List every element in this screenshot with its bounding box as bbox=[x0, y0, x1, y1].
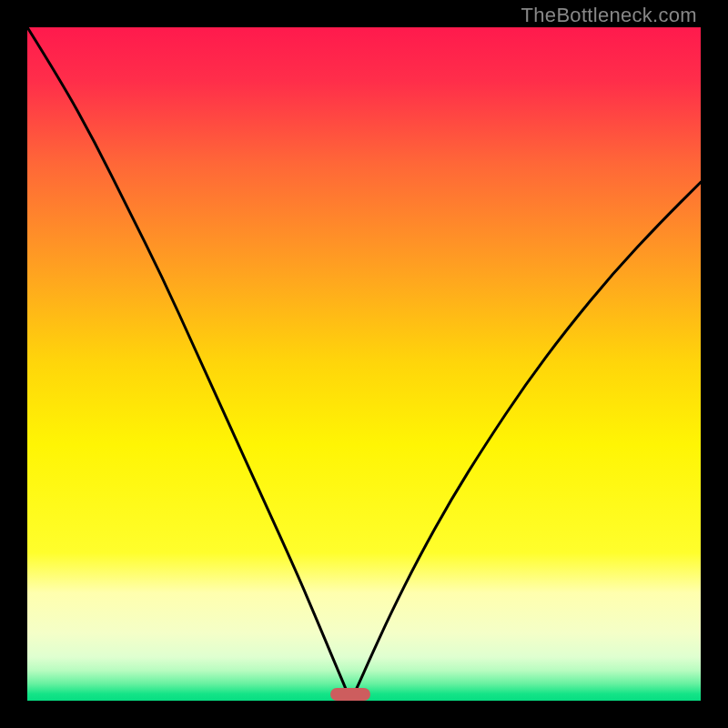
plot-area bbox=[27, 27, 701, 701]
watermark-text: TheBottleneck.com bbox=[521, 4, 697, 27]
chart-container: TheBottleneck.com bbox=[0, 0, 728, 728]
bottleneck-curve bbox=[27, 27, 701, 701]
minimum-marker bbox=[330, 688, 370, 701]
